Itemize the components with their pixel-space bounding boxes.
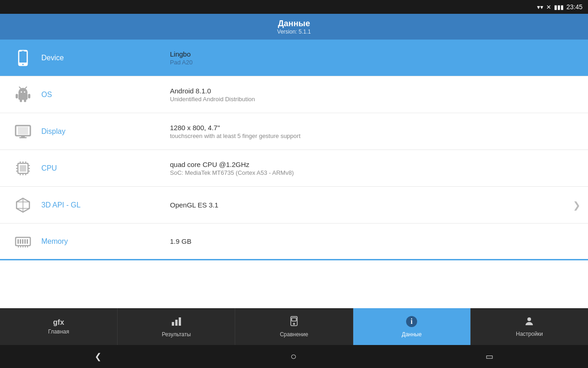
recents-button[interactable]: ▭ bbox=[486, 351, 493, 362]
svg-rect-13 bbox=[24, 99, 26, 102]
content-list: Device Lingbo Pad A20 bbox=[0, 40, 588, 308]
nav-item-results[interactable]: Результаты bbox=[118, 308, 235, 345]
device-value-col: Lingbo Pad A20 bbox=[165, 50, 579, 66]
nav-item-compare[interactable]: Сравнение bbox=[235, 308, 353, 345]
display-icon bbox=[14, 123, 32, 140]
svg-rect-11 bbox=[28, 94, 30, 98]
svg-text:i: i bbox=[411, 317, 413, 325]
app-version: Version: 5.1.1 bbox=[277, 29, 311, 35]
memory-main-value: 1.9 GB bbox=[170, 237, 579, 245]
nav-label-compare: Сравнение bbox=[280, 331, 308, 338]
svg-rect-38 bbox=[20, 239, 21, 244]
os-label-col: OS bbox=[37, 91, 165, 99]
wifi-icon: ▾▾ bbox=[537, 4, 543, 11]
svg-rect-5 bbox=[18, 93, 28, 100]
svg-rect-49 bbox=[179, 317, 181, 326]
os-label: OS bbox=[41, 91, 165, 99]
3d-api-value-col: OpenGL ES 3.1 bbox=[165, 201, 579, 209]
svg-rect-37 bbox=[17, 239, 19, 244]
svg-point-55 bbox=[527, 317, 531, 321]
nav-item-settings[interactable]: Настройки bbox=[471, 308, 588, 345]
memory-label: Memory bbox=[41, 237, 165, 246]
data-icon: i bbox=[406, 316, 418, 329]
app-header: Данные Version: 5.1.1 bbox=[0, 14, 588, 40]
svg-rect-41 bbox=[27, 239, 28, 244]
svg-rect-48 bbox=[175, 320, 177, 326]
memory-value-col: 1.9 GB bbox=[165, 237, 579, 245]
cpu-main-value: quad core CPU @1.2GHz bbox=[170, 161, 579, 168]
settings-icon bbox=[524, 316, 535, 329]
nav-label-gfx: Главная bbox=[48, 328, 69, 335]
back-button[interactable]: ❮ bbox=[95, 351, 102, 362]
display-value-col: 1280 x 800, 4.7" touchscreen with at lea… bbox=[165, 124, 579, 139]
row-display[interactable]: Display 1280 x 800, 4.7" touchscreen wit… bbox=[0, 113, 588, 150]
device-icon-wrap bbox=[9, 49, 37, 67]
device-main-value: Lingbo bbox=[170, 50, 579, 58]
svg-rect-40 bbox=[24, 239, 26, 244]
row-cpu[interactable]: CPU quad core CPU @1.2GHz SoC: MediaTek … bbox=[0, 150, 588, 187]
display-main-value: 1280 x 800, 4.7" bbox=[170, 124, 579, 132]
svg-rect-19 bbox=[20, 165, 26, 172]
svg-line-9 bbox=[25, 87, 27, 88]
row-3d-api[interactable]: 3D API - GL OpenGL ES 3.1 ❯ bbox=[0, 187, 588, 224]
svg-rect-47 bbox=[172, 322, 174, 326]
memory-label-col: Memory bbox=[37, 237, 165, 246]
row-device[interactable]: Device Lingbo Pad A20 bbox=[0, 40, 588, 76]
signal-icon: ✕ bbox=[546, 4, 551, 11]
device-label: Device bbox=[41, 54, 165, 62]
3d-api-label: 3D API - GL bbox=[41, 201, 165, 209]
svg-rect-10 bbox=[16, 94, 18, 98]
results-icon bbox=[171, 316, 182, 329]
svg-rect-3 bbox=[22, 51, 24, 51]
3d-api-label-col: 3D API - GL bbox=[37, 201, 165, 209]
app-title: Данные bbox=[278, 19, 310, 29]
cpu-label: CPU bbox=[41, 164, 165, 172]
device-icon bbox=[14, 49, 32, 67]
os-icon-wrap bbox=[9, 86, 37, 104]
nav-item-gfx[interactable]: gfx Главная bbox=[0, 308, 118, 345]
svg-point-52 bbox=[294, 323, 295, 325]
gfx-icon: gfx bbox=[53, 318, 64, 327]
device-label-col: Device bbox=[37, 54, 165, 62]
row-os[interactable]: OS Android 8.1.0 Unidentified Android Di… bbox=[0, 76, 588, 113]
nav-label-results: Результаты bbox=[162, 331, 191, 338]
status-bar: ▾▾ ✕ ▮▮▮ 23:45 bbox=[0, 0, 588, 14]
svg-rect-15 bbox=[18, 127, 28, 134]
svg-rect-51 bbox=[292, 318, 296, 321]
svg-line-8 bbox=[19, 87, 21, 88]
cpu-sub-value: SoC: MediaTek MT6735 (Cortex A53 - ARMv8… bbox=[170, 169, 579, 176]
3d-api-main-value: OpenGL ES 3.1 bbox=[170, 201, 579, 209]
clock: 23:45 bbox=[566, 3, 582, 11]
device-sub-value: Pad A20 bbox=[170, 59, 579, 66]
svg-rect-1 bbox=[19, 52, 27, 63]
svg-rect-12 bbox=[20, 99, 22, 102]
cpu-value-col: quad core CPU @1.2GHz SoC: MediaTek MT67… bbox=[165, 161, 579, 176]
nav-label-data: Данные bbox=[402, 331, 422, 338]
cpu-label-col: CPU bbox=[37, 164, 165, 172]
row-memory[interactable]: Memory 1.9 GB bbox=[0, 224, 588, 260]
compare-icon bbox=[288, 316, 300, 329]
os-icon bbox=[14, 86, 32, 104]
display-label: Display bbox=[41, 127, 165, 136]
svg-point-6 bbox=[21, 91, 22, 92]
3d-api-arrow: ❯ bbox=[573, 200, 581, 211]
3d-api-icon bbox=[14, 196, 32, 214]
nav-label-settings: Настройки bbox=[516, 331, 543, 337]
svg-rect-17 bbox=[19, 137, 27, 138]
display-sub-value: touchscreen with at least 5 finger gestu… bbox=[170, 132, 579, 139]
cpu-icon-wrap bbox=[9, 160, 37, 177]
3d-api-icon-wrap bbox=[9, 196, 37, 214]
display-label-col: Display bbox=[37, 127, 165, 136]
svg-point-2 bbox=[23, 63, 24, 65]
system-nav: ❮ ○ ▭ bbox=[0, 345, 588, 368]
nav-item-data[interactable]: i Данные bbox=[353, 308, 471, 345]
svg-rect-39 bbox=[22, 239, 23, 244]
bottom-nav: gfx Главная Результаты Сравнение bbox=[0, 308, 588, 345]
os-value-col: Android 8.1.0 Unidentified Android Distr… bbox=[165, 87, 579, 103]
status-icons: ▾▾ ✕ ▮▮▮ 23:45 bbox=[537, 3, 582, 11]
memory-icon bbox=[14, 233, 32, 250]
battery-icon: ▮▮▮ bbox=[554, 4, 564, 11]
os-main-value: Android 8.1.0 bbox=[170, 87, 579, 95]
display-icon-wrap bbox=[9, 123, 37, 140]
home-button[interactable]: ○ bbox=[290, 351, 296, 362]
